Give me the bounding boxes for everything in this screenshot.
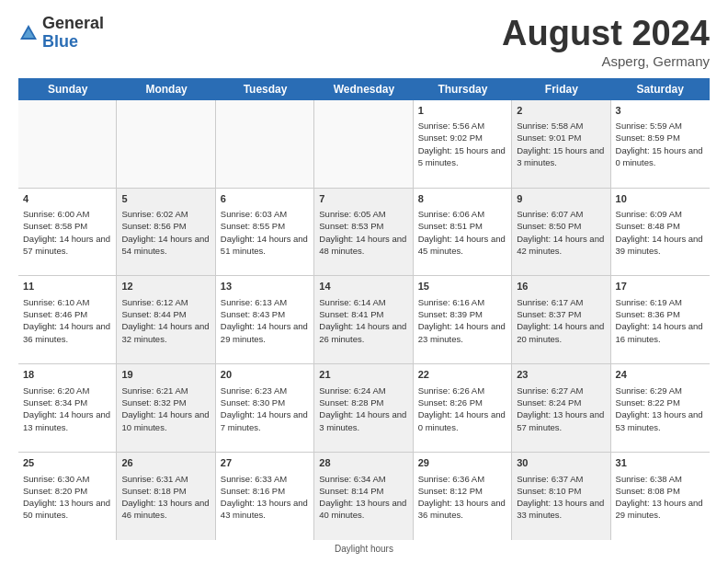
daylight: Daylight: 14 hours and 32 minutes. [121, 321, 209, 343]
day-number: 25 [23, 456, 111, 470]
sunset: Sunset: 8:41 PM [319, 309, 383, 319]
calendar-cell [117, 100, 215, 188]
daylight: Daylight: 14 hours and 23 minutes. [418, 321, 506, 343]
calendar-cell: 4Sunrise: 6:00 AMSunset: 8:58 PMDaylight… [18, 189, 117, 276]
daylight: Daylight: 14 hours and 51 minutes. [221, 234, 308, 256]
day-number: 5 [121, 192, 210, 206]
sunset: Sunset: 8:16 PM [221, 486, 285, 496]
daylight-label: Daylight hours [335, 544, 393, 554]
sunset: Sunset: 8:53 PM [319, 221, 383, 231]
day-number: 14 [319, 280, 407, 293]
calendar-cell: 21Sunrise: 6:24 AMSunset: 8:28 PMDayligh… [314, 364, 413, 452]
sunrise: Sunrise: 6:34 AM [319, 474, 385, 484]
calendar-row: 25Sunrise: 6:30 AMSunset: 8:20 PMDayligh… [18, 453, 710, 540]
sunrise: Sunrise: 6:24 AM [319, 385, 385, 396]
day-number: 22 [418, 368, 506, 382]
sunset: Sunset: 8:34 PM [23, 397, 87, 408]
calendar-cell: 9Sunrise: 6:07 AMSunset: 8:50 PMDaylight… [512, 189, 610, 276]
calendar-row: 4Sunrise: 6:00 AMSunset: 8:58 PMDaylight… [18, 189, 710, 277]
daylight: Daylight: 14 hours and 29 minutes. [221, 321, 308, 343]
day-number: 10 [616, 192, 705, 206]
sunrise: Sunrise: 5:56 AM [418, 121, 484, 131]
daylight: Daylight: 13 hours and 43 minutes. [221, 498, 308, 520]
calendar-cell: 16Sunrise: 6:17 AMSunset: 8:37 PMDayligh… [512, 276, 610, 363]
calendar-cell: 26Sunrise: 6:31 AMSunset: 8:18 PMDayligh… [117, 453, 215, 540]
sunrise: Sunrise: 6:13 AM [221, 297, 287, 307]
daylight: Daylight: 13 hours and 36 minutes. [418, 498, 506, 520]
sunrise: Sunrise: 5:58 AM [517, 121, 583, 131]
sunrise: Sunrise: 6:05 AM [319, 209, 385, 219]
day-number: 16 [517, 280, 605, 293]
calendar-cell: 7Sunrise: 6:05 AMSunset: 8:53 PMDaylight… [314, 189, 413, 276]
calendar-cell [314, 100, 413, 188]
sunset: Sunset: 8:22 PM [616, 397, 680, 408]
daylight: Daylight: 15 hours and 5 minutes. [418, 145, 506, 167]
location: Asperg, Germany [502, 53, 710, 69]
daylight: Daylight: 13 hours and 53 minutes. [616, 409, 703, 431]
sunrise: Sunrise: 6:21 AM [121, 385, 188, 396]
calendar-cell: 25Sunrise: 6:30 AMSunset: 8:20 PMDayligh… [18, 453, 117, 540]
day-number: 1 [418, 104, 506, 118]
daylight: Daylight: 14 hours and 16 minutes. [616, 321, 703, 343]
sunset: Sunset: 8:18 PM [121, 486, 186, 496]
calendar-cell: 8Sunrise: 6:06 AMSunset: 8:51 PMDaylight… [414, 189, 512, 276]
day-number: 20 [221, 368, 309, 382]
sunset: Sunset: 8:36 PM [616, 309, 680, 319]
sunrise: Sunrise: 6:30 AM [23, 474, 89, 484]
sunrise: Sunrise: 6:27 AM [517, 385, 583, 396]
sunset: Sunset: 8:58 PM [23, 221, 87, 231]
sunset: Sunset: 8:30 PM [221, 397, 285, 408]
sunset: Sunset: 8:43 PM [221, 309, 285, 319]
daylight: Daylight: 13 hours and 57 minutes. [517, 409, 604, 431]
footer-note: Daylight hours [18, 544, 710, 554]
sunrise: Sunrise: 6:37 AM [517, 474, 583, 484]
sunrise: Sunrise: 6:29 AM [616, 385, 682, 396]
calendar-header-cell: Tuesday [216, 78, 314, 100]
day-number: 23 [517, 368, 605, 382]
day-number: 26 [121, 456, 210, 470]
sunset: Sunset: 8:50 PM [517, 221, 581, 231]
sunset: Sunset: 8:20 PM [23, 486, 87, 496]
day-number: 24 [616, 368, 705, 382]
calendar: SundayMondayTuesdayWednesdayThursdayFrid… [18, 78, 710, 540]
sunset: Sunset: 9:01 PM [517, 132, 581, 143]
daylight: Daylight: 15 hours and 0 minutes. [616, 145, 703, 167]
calendar-row: 1Sunrise: 5:56 AMSunset: 9:02 PMDaylight… [18, 100, 710, 189]
calendar-cell: 19Sunrise: 6:21 AMSunset: 8:32 PMDayligh… [117, 364, 215, 452]
logo-blue: Blue [42, 32, 78, 51]
sunset: Sunset: 8:32 PM [121, 397, 186, 408]
sunset: Sunset: 8:48 PM [616, 221, 680, 231]
sunset: Sunset: 8:12 PM [418, 486, 483, 496]
daylight: Daylight: 14 hours and 54 minutes. [121, 234, 209, 256]
day-number: 3 [616, 104, 705, 118]
daylight: Daylight: 14 hours and 10 minutes. [121, 409, 209, 431]
sunrise: Sunrise: 6:10 AM [23, 297, 89, 307]
calendar-cell: 2Sunrise: 5:58 AMSunset: 9:01 PMDaylight… [512, 100, 610, 188]
daylight: Daylight: 13 hours and 46 minutes. [121, 498, 209, 520]
day-number: 19 [121, 368, 210, 382]
day-number: 9 [517, 192, 605, 206]
calendar-cell [18, 100, 117, 188]
month-title: August 2024 [502, 15, 710, 53]
sunset: Sunset: 8:39 PM [418, 309, 483, 319]
daylight: Daylight: 14 hours and 48 minutes. [319, 234, 406, 256]
calendar-header: SundayMondayTuesdayWednesdayThursdayFrid… [18, 78, 710, 100]
sunrise: Sunrise: 6:00 AM [23, 209, 89, 219]
logo-icon [18, 23, 39, 43]
calendar-header-cell: Friday [512, 78, 610, 100]
day-number: 7 [319, 192, 407, 206]
calendar-cell: 10Sunrise: 6:09 AMSunset: 8:48 PMDayligh… [611, 189, 710, 276]
daylight: Daylight: 14 hours and 36 minutes. [23, 321, 110, 343]
sunrise: Sunrise: 6:14 AM [319, 297, 385, 307]
sunrise: Sunrise: 6:06 AM [418, 209, 484, 219]
calendar-body: 1Sunrise: 5:56 AMSunset: 9:02 PMDaylight… [18, 100, 710, 540]
calendar-row: 11Sunrise: 6:10 AMSunset: 8:46 PMDayligh… [18, 276, 710, 364]
calendar-cell: 28Sunrise: 6:34 AMSunset: 8:14 PMDayligh… [314, 453, 413, 540]
daylight: Daylight: 15 hours and 3 minutes. [517, 145, 604, 167]
calendar-cell: 30Sunrise: 6:37 AMSunset: 8:10 PMDayligh… [512, 453, 610, 540]
sunset: Sunset: 8:26 PM [418, 397, 483, 408]
calendar-cell: 24Sunrise: 6:29 AMSunset: 8:22 PMDayligh… [611, 364, 710, 452]
calendar-header-cell: Monday [117, 78, 215, 100]
sunset: Sunset: 8:46 PM [23, 309, 87, 319]
day-number: 30 [517, 456, 605, 470]
